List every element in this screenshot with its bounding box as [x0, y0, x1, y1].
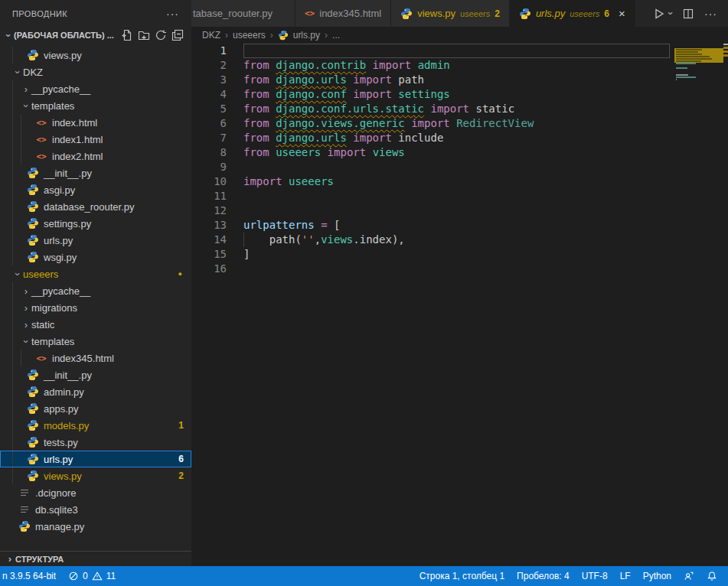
line-text	[227, 189, 243, 203]
breadcrumb-item[interactable]: useeers	[233, 30, 266, 41]
indent-guide	[12, 467, 21, 484]
tree-file-wsgi.py[interactable]: wsgi.py	[0, 249, 191, 265]
tree-file-index345.html[interactable]: <>index345.html	[0, 350, 191, 366]
tree-file-tests.py[interactable]: tests.py	[0, 434, 191, 451]
tree-file-admin.py[interactable]: admin.py	[0, 383, 191, 400]
python-version[interactable]: n 3.9.5 64-bit	[0, 571, 62, 581]
breadcrumb-separator-icon: ›	[325, 30, 328, 41]
views-and-more-actions-icon[interactable]: ···	[166, 8, 179, 20]
python-icon	[27, 251, 39, 263]
file-tree: views.py›DKZ›__pycache__›templates<>inde…	[0, 44, 191, 535]
tree-folder-migrations[interactable]: ›migrations	[0, 299, 191, 316]
indent-guide	[21, 350, 29, 366]
tab-directory-hint: useeers	[570, 9, 599, 18]
indent-guide	[12, 198, 21, 215]
tree-file-index1.html[interactable]: <>index1.html	[0, 131, 191, 148]
close-icon[interactable]: ×	[619, 8, 625, 19]
collapse-folders-icon[interactable]	[171, 29, 184, 41]
file-name: urls.py	[44, 454, 73, 465]
outline-label: СТРУКТУРА	[15, 555, 64, 564]
editor-code-area[interactable]: 12from django.contrib import admin3from …	[191, 44, 728, 566]
tree-file-index2.html[interactable]: <>index2.html	[0, 148, 191, 164]
new-file-icon[interactable]	[121, 29, 133, 41]
code-line: 10import useeers	[191, 174, 728, 189]
tree-folder-DKZ[interactable]: ›DKZ	[0, 63, 191, 80]
tree-file-settings.py[interactable]: settings.py	[0, 215, 191, 232]
overview-ruler[interactable]	[723, 44, 728, 566]
file-name: views.py	[44, 50, 82, 61]
line-text: ]	[227, 247, 250, 262]
tab-problems-count: 2	[495, 8, 500, 19]
file-name: templates	[31, 100, 74, 112]
split-editor-icon[interactable]	[682, 8, 694, 20]
tree-file-db.sqlite3[interactable]: db.sqlite3	[0, 501, 191, 518]
line-number: 5	[191, 102, 227, 116]
refresh-icon[interactable]	[155, 29, 167, 41]
breadcrumb-item[interactable]: ...	[332, 30, 340, 41]
feedback-icon[interactable]	[677, 571, 700, 581]
tree-file-__init__.py[interactable]: __init__.py	[0, 366, 191, 383]
new-folder-icon[interactable]	[138, 29, 150, 41]
tree-file-database_roouter.py[interactable]: database_roouter.py	[0, 198, 191, 215]
minimap-line	[676, 58, 712, 60]
python-icon	[27, 470, 39, 482]
tab-tabase_roouter.py[interactable]: tabase_roouter.py	[191, 0, 295, 27]
workspace-section-header[interactable]: › (РАБОЧАЯ ОБЛАСТЬ) ...	[0, 27, 191, 44]
tab-index345.html[interactable]: <>index345.html	[295, 0, 391, 27]
file-name: urls.py	[44, 235, 73, 246]
minimap[interactable]	[674, 44, 723, 105]
line-text	[227, 44, 243, 58]
line-text	[227, 203, 243, 218]
tree-folder-templates[interactable]: ›templates	[0, 333, 191, 350]
tree-file-.dcignore[interactable]: .dcignore	[0, 484, 191, 501]
tree-folder-useeers[interactable]: ›useeers●	[0, 265, 191, 282]
line-text: from django.conf.urls.static import stat…	[227, 102, 514, 116]
tree-folder-templates[interactable]: ›templates	[0, 97, 191, 114]
html-icon: <>	[305, 8, 315, 18]
more-actions-icon[interactable]: ···	[704, 8, 717, 20]
tree-file-manage.py[interactable]: manage.py	[0, 518, 191, 535]
error-icon	[68, 571, 79, 581]
tree-file-apps.py[interactable]: apps.py	[0, 400, 191, 417]
cursor-position[interactable]: Строка 1, столбец 1	[413, 571, 511, 581]
line-number: 7	[191, 131, 227, 145]
tree-file-views.py[interactable]: views.py2	[0, 467, 191, 484]
language-mode[interactable]: Python	[637, 571, 677, 581]
indent-guide	[12, 333, 21, 350]
tree-file-__init__.py[interactable]: __init__.py	[0, 164, 191, 181]
indentation[interactable]: Пробелов: 4	[511, 571, 576, 581]
tree-folder-__pycache__[interactable]: ›__pycache__	[0, 80, 191, 97]
outline-section-header[interactable]: › СТРУКТУРА	[0, 551, 191, 566]
breadcrumb-item[interactable]: DKZ	[202, 30, 220, 41]
tree-file-urls.py[interactable]: urls.py	[0, 232, 191, 249]
html-icon: <>	[35, 135, 47, 145]
file-name: migrations	[31, 302, 77, 314]
tree-folder-static[interactable]: ›static	[0, 316, 191, 333]
file-name: index2.html	[52, 151, 103, 162]
eol[interactable]: LF	[614, 571, 637, 581]
tab-urls.py[interactable]: urls.pyuseeers6×	[510, 0, 635, 27]
problems-status[interactable]: 011	[62, 571, 122, 581]
run-python-file-icon[interactable]	[653, 8, 665, 20]
tree-file-index.html[interactable]: <>index.html	[0, 114, 191, 131]
tab-views.py[interactable]: views.pyuseeers2	[391, 0, 510, 27]
file-icon	[18, 503, 31, 516]
breadcrumb-item[interactable]: urls.py	[293, 30, 320, 41]
tree-file-models.py[interactable]: models.py1	[0, 417, 191, 434]
run-dropdown-chevron-icon[interactable]: ›	[664, 11, 676, 15]
tree-folder-__pycache__[interactable]: ›__pycache__	[0, 282, 191, 299]
ruler-mark	[723, 44, 728, 45]
file-name: apps.py	[44, 403, 79, 415]
tree-file-asgi.py[interactable]: asgi.py	[0, 181, 191, 198]
notifications-bell-icon[interactable]	[700, 571, 723, 581]
file-name: DKZ	[23, 67, 43, 78]
html-icon: <>	[35, 118, 47, 128]
encoding[interactable]: UTF-8	[576, 571, 614, 581]
file-name: templates	[31, 336, 74, 347]
tree-file-views.py[interactable]: views.py	[0, 47, 191, 63]
tree-file-urls.py[interactable]: urls.py6	[0, 451, 191, 467]
line-text: from django.urls import include	[227, 131, 443, 145]
html-icon: <>	[35, 353, 47, 363]
file-name: __pycache__	[31, 285, 90, 297]
minimap-line	[676, 56, 710, 57]
